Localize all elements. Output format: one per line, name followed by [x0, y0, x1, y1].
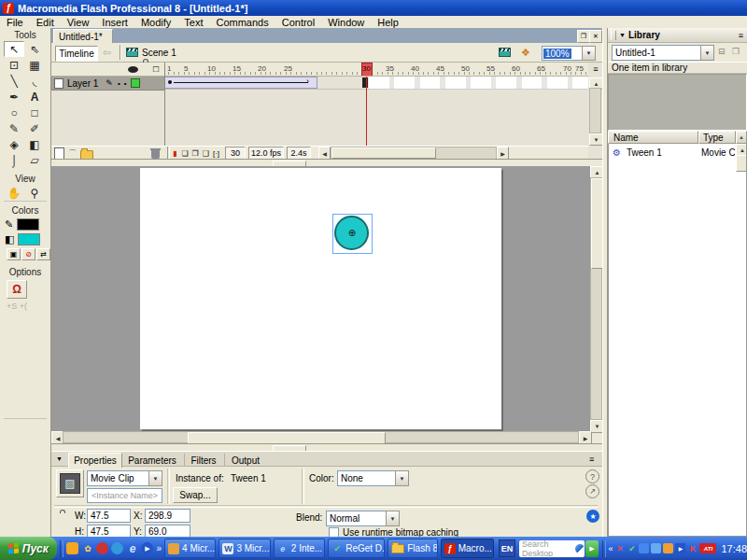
subselection-tool-icon[interactable]: ⇖ — [24, 41, 45, 57]
help-button[interactable]: ? — [585, 469, 599, 483]
timeline-scroll-left-icon[interactable]: ◀ — [318, 147, 331, 160]
end-keyframe[interactable] — [362, 77, 368, 88]
color-combo[interactable]: None — [337, 470, 400, 486]
modify-onion-markers-button[interactable]: [·] — [213, 149, 219, 158]
oval-tool-icon[interactable]: ○ — [4, 105, 24, 120]
pen-tool-icon[interactable]: ✒ — [4, 89, 24, 105]
snap-to-objects-button[interactable]: Ω — [7, 280, 27, 299]
swap-button[interactable]: Swap... — [173, 487, 218, 503]
quicklaunch-player-icon[interactable]: ▶ — [141, 542, 153, 554]
elapsed-time-field[interactable]: 2.4s — [287, 147, 311, 160]
taskbar-window-word[interactable]: W 3 Micr... ▼ — [218, 539, 270, 558]
blend-combo[interactable]: Normal — [326, 511, 390, 526]
tray-icon-1[interactable]: ✕ — [614, 543, 625, 553]
outline-layers-icon[interactable]: □ — [153, 63, 159, 74]
hand-tool-icon[interactable]: ✋ — [4, 185, 24, 201]
show-hide-layers-icon[interactable] — [128, 66, 138, 73]
gradient-transform-tool-icon[interactable]: ▦ — [24, 57, 45, 73]
timeline-hscroll-thumb[interactable] — [331, 147, 436, 159]
layer-lock-dot-icon[interactable]: • — [124, 79, 127, 88]
tray-collapse-chevron-icon[interactable]: « — [608, 544, 613, 553]
taskbar-window-flash8-folder[interactable]: Flash 8 — [388, 539, 437, 558]
default-colors-button[interactable]: ▣ — [7, 248, 21, 260]
menu-file[interactable]: File — [0, 17, 30, 28]
quicklaunch-flower-icon[interactable]: ✿ — [81, 542, 93, 554]
properties-options-menu-icon[interactable]: ≡ — [589, 455, 594, 464]
behavior-combo[interactable]: Movie Clip — [87, 470, 153, 486]
library-drag-grip[interactable] — [611, 31, 616, 40]
tray-icon-6[interactable]: ▶ — [675, 543, 685, 553]
sort-order-button[interactable]: ▲ — [736, 131, 747, 144]
name-column-header[interactable]: Name — [608, 131, 698, 144]
eraser-tool-icon[interactable]: ▱ — [24, 152, 45, 168]
library-collapse-arrow-icon[interactable]: ▼ — [619, 32, 626, 38]
menu-edit[interactable]: Edit — [30, 17, 61, 28]
document-restore-button[interactable]: ❐ — [577, 30, 590, 43]
delete-layer-button[interactable] — [151, 150, 160, 159]
frame-row[interactable]: › — [164, 77, 588, 90]
timeline-toggle-button[interactable]: Timeline — [55, 46, 98, 62]
zoom-combo-arrow[interactable]: ▼ — [582, 46, 596, 61]
paint-bucket-tool-icon[interactable]: ◧ — [24, 136, 45, 152]
layer-outline-color-swatch[interactable] — [131, 78, 140, 88]
library-options-menu-icon[interactable]: ≡ — [739, 31, 743, 40]
timeline-vscrollbar[interactable] — [589, 88, 601, 133]
timeline-vscroll-down-icon[interactable]: ▼ — [589, 133, 603, 146]
search-desktop-box[interactable]: Search Desktop — [519, 540, 585, 557]
empty-frames[interactable] — [369, 77, 588, 90]
pencil-tool-icon[interactable]: ✎ — [4, 120, 24, 136]
back-arrow-icon[interactable]: ⇦ — [103, 47, 111, 59]
fill-color-swatch[interactable] — [18, 233, 40, 245]
library-item-row[interactable]: ⚙ Tween 1 Movie Cl — [609, 146, 746, 159]
free-transform-tool-icon[interactable]: ⊡ — [4, 57, 24, 73]
tab-properties[interactable]: Properties — [68, 453, 122, 468]
type-column-header[interactable]: Type — [698, 131, 736, 144]
menu-view[interactable]: View — [61, 17, 96, 28]
ati-tray-icon[interactable]: ATI — [699, 543, 716, 553]
center-frame-button[interactable]: ▮ — [173, 149, 176, 158]
text-tool-icon[interactable]: A — [24, 89, 45, 105]
scene-name[interactable]: Scene 1 — [142, 48, 176, 58]
stroke-color-swatch[interactable] — [17, 218, 39, 231]
motion-tween-span[interactable]: › — [164, 77, 317, 89]
menu-control[interactable]: Control — [275, 17, 321, 28]
selection-tool-icon[interactable]: ↖ — [4, 41, 24, 57]
straighten-option-icon[interactable]: +( — [20, 301, 27, 311]
tray-icon-7[interactable]: K — [687, 543, 698, 553]
quicklaunch-overflow-chevron-icon[interactable]: » — [156, 543, 162, 553]
rectangle-tool-icon[interactable]: □ — [24, 105, 45, 120]
quicklaunch-ie-icon[interactable]: e — [126, 542, 138, 554]
menu-window[interactable]: Window — [321, 17, 371, 28]
tab-parameters[interactable]: Parameters — [123, 454, 181, 467]
taskbar-window-flash-app[interactable]: ƒ Macro... — [441, 539, 494, 558]
document-close-button[interactable]: ✕ — [589, 30, 602, 43]
timeline-ruler[interactable]: 1 5 10 15 20 25 30 35 40 45 50 55 60 65 … — [164, 63, 588, 77]
playhead-line[interactable] — [366, 77, 367, 146]
tray-icon-4[interactable] — [651, 543, 661, 553]
tab-output[interactable]: Output — [224, 454, 266, 467]
behavior-combo-arrow[interactable]: ▼ — [148, 470, 162, 486]
tray-icon-2[interactable]: ✔ — [627, 543, 637, 553]
brush-tool-icon[interactable]: ✐ — [24, 120, 45, 136]
ink-bottle-tool-icon[interactable]: ◈ — [4, 136, 24, 152]
width-field[interactable]: 47.5 — [87, 509, 131, 523]
tray-icon-3[interactable] — [639, 543, 649, 553]
library-scroll-thumb[interactable] — [736, 155, 747, 172]
language-indicator[interactable]: EN — [499, 539, 515, 557]
tab-filters[interactable]: Filters — [184, 454, 222, 467]
menu-help[interactable]: Help — [371, 17, 405, 28]
timeline-scroll-right-icon[interactable]: ▶ — [497, 147, 509, 160]
edit-scene-icon[interactable] — [499, 48, 511, 57]
menu-insert[interactable]: Insert — [95, 17, 134, 28]
onion-skin-button[interactable]: ❏ — [181, 149, 188, 158]
library-header[interactable]: ▼ Library ≡ — [608, 28, 747, 43]
preview-thumbnail-button[interactable]: ▨ — [56, 469, 84, 497]
layer-row[interactable]: Layer 1 ✎ • • — [51, 77, 164, 91]
no-color-button[interactable]: ⊘ — [21, 248, 35, 260]
insert-layer-folder-button[interactable] — [80, 150, 93, 160]
color-combo-arrow[interactable]: ▼ — [395, 470, 409, 486]
lasso-tool-icon[interactable]: ◟ — [24, 73, 45, 89]
start-button[interactable]: Пуск — [0, 537, 57, 560]
new-library-panel-icon[interactable]: ❐ — [732, 47, 740, 56]
menu-text[interactable]: Text — [177, 17, 209, 28]
